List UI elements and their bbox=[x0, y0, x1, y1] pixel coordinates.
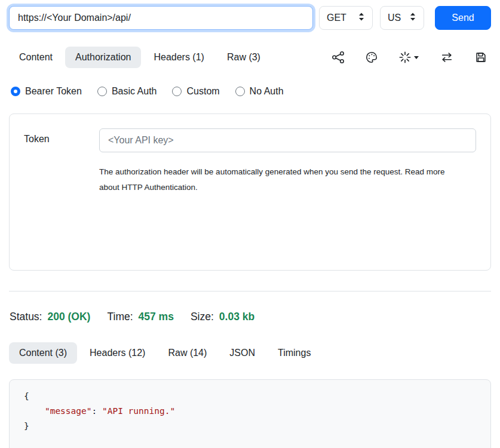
caret-down-icon bbox=[413, 55, 419, 60]
status-label: Status: bbox=[10, 311, 42, 323]
status-value: 200 (OK) bbox=[47, 311, 90, 323]
send-button[interactable]: Send bbox=[435, 6, 491, 30]
tab-raw[interactable]: Raw (3) bbox=[217, 47, 271, 68]
time-group: Time: 457 ms bbox=[107, 311, 173, 323]
method-select[interactable]: GET bbox=[319, 6, 373, 30]
status-group: Status: 200 (OK) bbox=[10, 311, 90, 323]
radio-no-auth[interactable]: No Auth bbox=[235, 86, 284, 97]
radio-label: Bearer Token bbox=[25, 86, 82, 97]
token-field-column: The authorization header will be automat… bbox=[99, 128, 476, 195]
request-toolbar bbox=[332, 51, 491, 64]
code-brace-open: { bbox=[24, 391, 29, 401]
url-input[interactable] bbox=[9, 6, 313, 30]
magic-menu-icon[interactable] bbox=[398, 51, 419, 64]
time-value: 457 ms bbox=[139, 311, 174, 323]
radio-dot[interactable] bbox=[172, 87, 182, 96]
response-tab-json[interactable]: JSON bbox=[219, 342, 265, 364]
auth-type-options: Bearer Token Basic Auth Custom No Auth bbox=[9, 86, 491, 97]
radio-label: No Auth bbox=[250, 86, 284, 97]
radio-bearer-token[interactable]: Bearer Token bbox=[11, 86, 82, 97]
token-input[interactable] bbox=[99, 128, 476, 152]
radio-dot[interactable] bbox=[11, 87, 20, 96]
auth-help-text: The authorization header will be automat… bbox=[99, 164, 458, 195]
radio-label: Basic Auth bbox=[112, 86, 157, 97]
code-value: "API running." bbox=[102, 406, 175, 416]
section-divider bbox=[9, 291, 491, 291]
swap-arrows-icon[interactable] bbox=[440, 51, 454, 64]
code-indent bbox=[24, 406, 45, 416]
updown-caret-icon bbox=[358, 12, 365, 24]
response-tab-raw[interactable]: Raw (14) bbox=[158, 342, 217, 364]
radio-custom[interactable]: Custom bbox=[172, 86, 219, 97]
request-tabs-row: Content Authorization Headers (1) Raw (3… bbox=[9, 47, 491, 68]
response-tab-content[interactable]: Content (3) bbox=[9, 342, 77, 364]
tab-authorization[interactable]: Authorization bbox=[65, 47, 141, 68]
api-client-page: GET US Send Content Authorization Header… bbox=[9, 0, 491, 448]
updown-caret-icon bbox=[409, 12, 416, 24]
code-brace-close: } bbox=[24, 421, 29, 431]
response-code: { "message": "API running." } bbox=[24, 389, 476, 434]
radio-basic-auth[interactable]: Basic Auth bbox=[97, 86, 157, 97]
request-bar: GET US Send bbox=[9, 6, 491, 30]
size-group: Size: 0.03 kb bbox=[191, 311, 254, 323]
token-label: Token bbox=[24, 128, 99, 145]
size-value: 0.03 kb bbox=[219, 311, 254, 323]
tab-content[interactable]: Content bbox=[9, 47, 63, 68]
radio-dot[interactable] bbox=[235, 87, 245, 96]
code-colon: : bbox=[92, 406, 102, 416]
response-status-row: Status: 200 (OK) Time: 457 ms Size: 0.03… bbox=[9, 311, 491, 323]
response-tab-headers[interactable]: Headers (12) bbox=[79, 342, 155, 364]
time-label: Time: bbox=[107, 311, 133, 323]
code-key: "message" bbox=[45, 406, 92, 416]
region-select-value: US bbox=[388, 13, 401, 23]
tab-headers[interactable]: Headers (1) bbox=[143, 47, 214, 68]
radio-dot[interactable] bbox=[97, 87, 107, 96]
size-label: Size: bbox=[191, 311, 214, 323]
share-nodes-icon[interactable] bbox=[332, 51, 345, 64]
response-body-panel: { "message": "API running." } bbox=[9, 379, 491, 448]
palette-icon[interactable] bbox=[365, 51, 378, 64]
region-select[interactable]: US bbox=[380, 6, 424, 30]
save-icon[interactable] bbox=[474, 51, 487, 64]
response-tabs-row: Content (3) Headers (12) Raw (14) JSON T… bbox=[9, 342, 491, 364]
auth-panel: Token The authorization header will be a… bbox=[9, 113, 491, 271]
response-tab-timings[interactable]: Timings bbox=[268, 342, 321, 364]
radio-label: Custom bbox=[186, 86, 219, 97]
method-select-value: GET bbox=[327, 13, 346, 23]
